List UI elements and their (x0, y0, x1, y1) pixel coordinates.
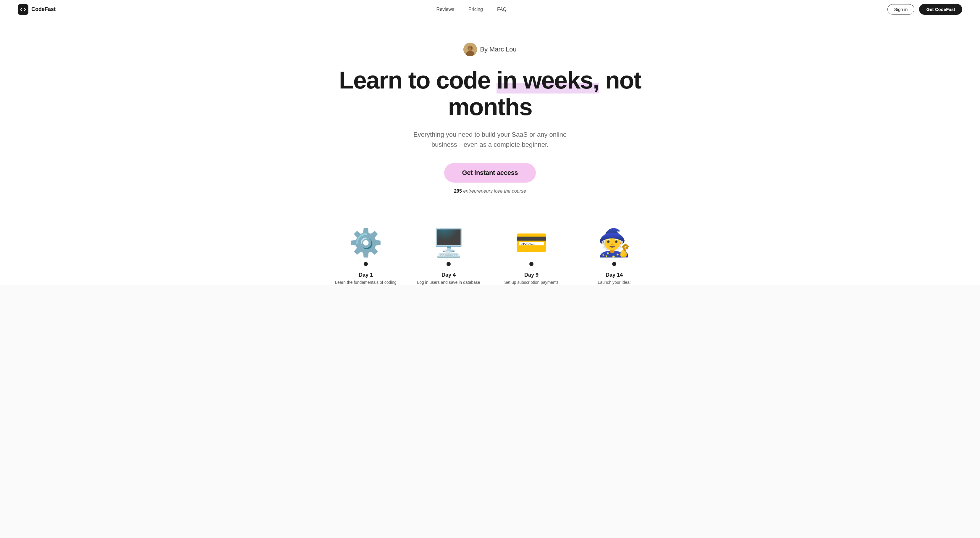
dot-day9-wrapper (490, 262, 573, 266)
hero-headline: Learn to code in weeks, not months (327, 67, 653, 120)
label-day4: Day 4 Log in users and save in database (407, 272, 490, 285)
label-day9: Day 9 Set up subscription payments (490, 272, 573, 285)
author-badge: By Marc Lou (463, 43, 517, 56)
social-proof-text: entrepreneurs love the course (462, 188, 526, 193)
dot-day14 (612, 262, 616, 266)
day9-desc: Set up subscription payments (493, 280, 570, 285)
svg-point-5 (469, 48, 471, 50)
social-proof-count: 295 (454, 188, 462, 193)
dot-day4-wrapper (407, 262, 490, 266)
timeline-dots-line (325, 262, 655, 266)
timeline-labels: Day 1 Learn the fundamentals of coding D… (325, 266, 655, 285)
timeline-emoji-day14: 🧙 (573, 229, 655, 256)
label-day14: Day 14 Launch your idea! (573, 272, 655, 285)
day1-desc: Learn the fundamentals of coding (327, 280, 404, 285)
nav-pricing[interactable]: Pricing (468, 7, 483, 12)
day9-title: Day 9 (493, 272, 570, 278)
navbar: CodeFast Reviews Pricing FAQ Sign in Get… (0, 0, 980, 19)
social-proof: 295 entrepreneurs love the course (454, 188, 526, 194)
navbar-links: Reviews Pricing FAQ (436, 7, 507, 12)
headline-part1: Learn to code (339, 67, 496, 94)
dot-day14-wrapper (573, 262, 655, 266)
day4-desc: Log in users and save in database (410, 280, 487, 285)
timeline-emoji-day1: ⚙️ (325, 229, 407, 256)
emoji-day4: 🖥️ (432, 229, 465, 256)
logo-link[interactable]: CodeFast (18, 4, 56, 15)
timeline-emoji-row: ⚙️ 🖥️ 💳 🧙 (325, 229, 655, 262)
day4-title: Day 4 (410, 272, 487, 278)
logo-text: CodeFast (31, 6, 56, 13)
headline-highlight: in weeks, (496, 67, 599, 94)
author-name: By Marc Lou (480, 46, 517, 53)
dot-day4 (447, 262, 451, 266)
signin-button[interactable]: Sign in (888, 4, 915, 14)
timeline-emoji-day4: 🖥️ (407, 229, 490, 256)
dot-day1-wrapper (325, 262, 407, 266)
emoji-day14: 🧙 (598, 229, 631, 256)
cta-button[interactable]: Get instant access (444, 163, 536, 183)
dot-day1 (364, 262, 368, 266)
get-codefast-button[interactable]: Get CodeFast (919, 4, 962, 15)
label-day1: Day 1 Learn the fundamentals of coding (325, 272, 407, 285)
dot-day9 (529, 262, 533, 266)
author-avatar (463, 43, 477, 56)
timeline-container: ⚙️ 🖥️ 💳 🧙 (313, 229, 667, 285)
nav-faq[interactable]: FAQ (497, 7, 507, 12)
day1-title: Day 1 (327, 272, 404, 278)
logo-icon (18, 4, 29, 15)
hero-subtext: Everything you need to build your SaaS o… (407, 129, 573, 150)
timeline-section: ⚙️ 🖥️ 💳 🧙 (0, 212, 980, 285)
timeline-emoji-day9: 💳 (490, 229, 573, 256)
navbar-actions: Sign in Get CodeFast (888, 4, 962, 15)
nav-reviews[interactable]: Reviews (436, 7, 454, 12)
hero-section: By Marc Lou Learn to code in weeks, not … (0, 19, 980, 212)
emoji-day1: ⚙️ (349, 229, 382, 256)
emoji-day9: 💳 (515, 229, 548, 256)
day14-desc: Launch your idea! (576, 280, 653, 285)
day14-title: Day 14 (576, 272, 653, 278)
